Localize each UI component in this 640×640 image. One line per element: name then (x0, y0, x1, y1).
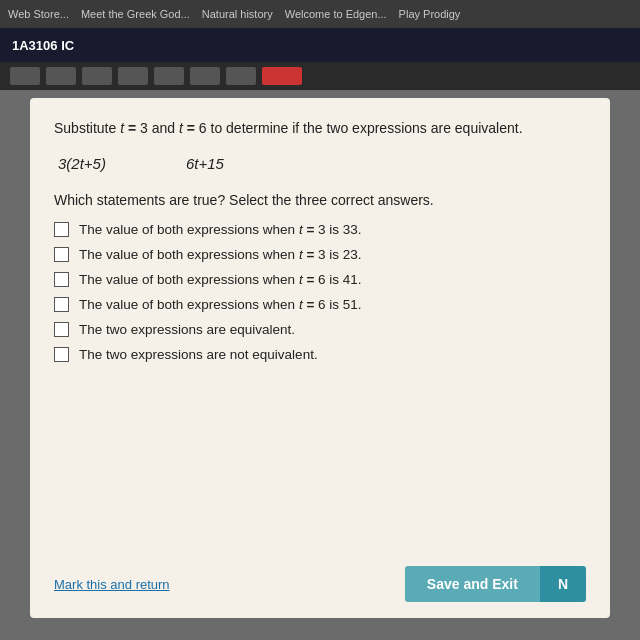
tab-edgen[interactable]: Welcome to Edgen... (285, 8, 387, 20)
option-label-3: The value of both expressions when t = 6… (79, 272, 362, 287)
option-3: The value of both expressions when t = 6… (54, 272, 586, 287)
page-title: 1A3106 IC (12, 38, 74, 53)
toolbar-btn-3[interactable] (82, 67, 112, 85)
option-1: The value of both expressions when t = 3… (54, 222, 586, 237)
toolbar-btn-5[interactable] (154, 67, 184, 85)
option-label-1: The value of both expressions when t = 3… (79, 222, 362, 237)
toolbar-btn-1[interactable] (10, 67, 40, 85)
checkbox-5[interactable] (54, 322, 69, 337)
content-wrapper: Substitute t = 3 and t = 6 to determine … (0, 90, 640, 640)
next-button[interactable]: N (540, 566, 586, 602)
toolbar-btn-4[interactable] (118, 67, 148, 85)
tab-bar: Web Store... Meet the Greek God... Natur… (0, 0, 640, 28)
toolbar (0, 62, 640, 90)
toolbar-btn-red[interactable] (262, 67, 302, 85)
expressions-row: 3(2t+5) 6t+15 (54, 155, 586, 172)
question-card: Substitute t = 3 and t = 6 to determine … (30, 98, 610, 618)
option-2: The value of both expressions when t = 3… (54, 247, 586, 262)
checkbox-6[interactable] (54, 347, 69, 362)
checkbox-4[interactable] (54, 297, 69, 312)
tab-natural-history[interactable]: Natural history (202, 8, 273, 20)
question-instruction: Substitute t = 3 and t = 6 to determine … (54, 118, 586, 139)
option-5: The two expressions are equivalent. (54, 322, 586, 337)
toolbar-btn-6[interactable] (190, 67, 220, 85)
option-label-2: The value of both expressions when t = 3… (79, 247, 362, 262)
option-label-4: The value of both expressions when t = 6… (79, 297, 362, 312)
option-4: The value of both expressions when t = 6… (54, 297, 586, 312)
checkbox-2[interactable] (54, 247, 69, 262)
tab-web-store[interactable]: Web Store... (8, 8, 69, 20)
tab-greek-god[interactable]: Meet the Greek God... (81, 8, 190, 20)
toolbar-btn-2[interactable] (46, 67, 76, 85)
save-exit-button[interactable]: Save and Exit (405, 566, 540, 602)
option-label-5: The two expressions are equivalent. (79, 322, 295, 337)
option-6: The two expressions are not equivalent. (54, 347, 586, 362)
tab-prodigy[interactable]: Play Prodigy (399, 8, 461, 20)
which-text: Which statements are true? Select the th… (54, 192, 586, 208)
options-list: The value of both expressions when t = 3… (54, 222, 586, 538)
option-label-6: The two expressions are not equivalent. (79, 347, 318, 362)
checkbox-1[interactable] (54, 222, 69, 237)
footer-buttons: Save and Exit N (405, 566, 586, 602)
card-footer: Mark this and return Save and Exit N (54, 558, 586, 602)
expression-right: 6t+15 (186, 155, 224, 172)
expression-left: 3(2t+5) (58, 155, 106, 172)
checkbox-3[interactable] (54, 272, 69, 287)
title-bar: 1A3106 IC (0, 28, 640, 62)
mark-return-button[interactable]: Mark this and return (54, 577, 170, 592)
toolbar-btn-7[interactable] (226, 67, 256, 85)
